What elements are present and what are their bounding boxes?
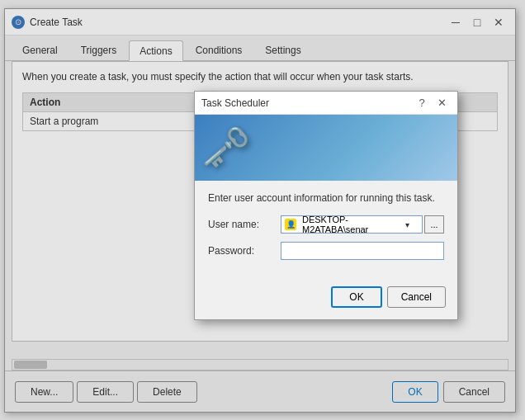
username-value: DESKTOP-M2ATABA\senar bbox=[302, 215, 402, 234]
modal-title-bar: Task Scheduler ? ✕ bbox=[195, 92, 457, 115]
keys-icon: 🗝️ bbox=[201, 125, 251, 171]
username-label: User name: bbox=[208, 219, 274, 230]
password-input[interactable] bbox=[281, 242, 444, 260]
modal-description: Enter user account information for runni… bbox=[208, 192, 444, 204]
modal-footer: OK Cancel bbox=[195, 280, 457, 319]
username-dropdown-arrow[interactable]: ▾ bbox=[405, 220, 419, 229]
task-scheduler-modal: Task Scheduler ? ✕ 🗝️ Enter user account… bbox=[194, 91, 458, 320]
modal-banner: 🗝️ bbox=[195, 115, 457, 181]
modal-help-button[interactable]: ? bbox=[413, 94, 431, 112]
username-field[interactable]: 👤 DESKTOP-M2ATABA\senar ▾ bbox=[281, 215, 423, 234]
modal-close-button[interactable]: ✕ bbox=[433, 94, 451, 112]
password-row: Password: bbox=[208, 242, 444, 260]
browse-button[interactable]: ... bbox=[424, 215, 444, 234]
password-label: Password: bbox=[208, 245, 274, 257]
modal-title-controls: ? ✕ bbox=[413, 94, 451, 112]
username-input-group: 👤 DESKTOP-M2ATABA\senar ▾ ... bbox=[281, 215, 444, 234]
modal-cancel-button[interactable]: Cancel bbox=[387, 286, 446, 308]
modal-body: Enter user account information for runni… bbox=[195, 181, 457, 280]
user-icon: 👤 bbox=[285, 219, 296, 230]
username-row: User name: 👤 DESKTOP-M2ATABA\senar ▾ ... bbox=[208, 215, 444, 234]
modal-ok-button[interactable]: OK bbox=[331, 286, 381, 308]
modal-title: Task Scheduler bbox=[201, 97, 413, 109]
